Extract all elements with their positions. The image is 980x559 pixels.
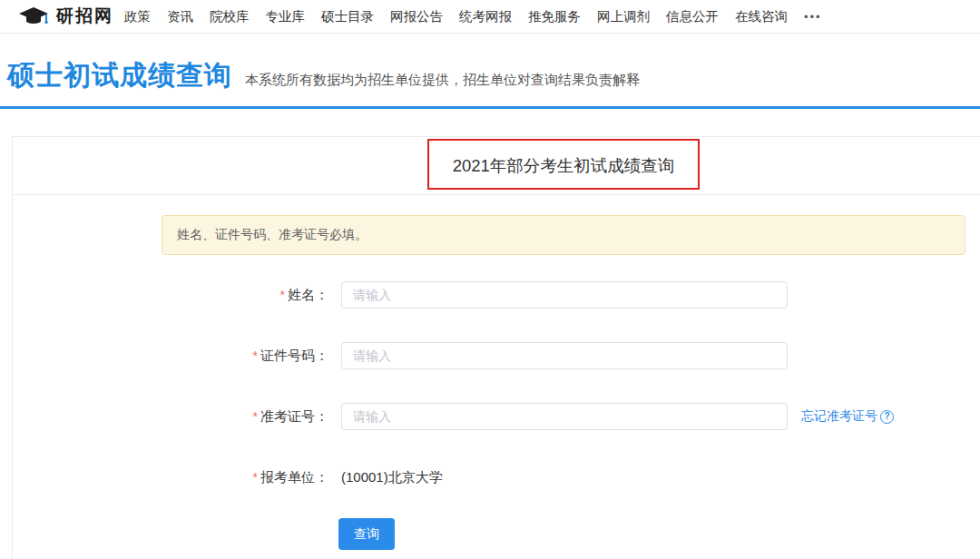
admission-ticket-label: *准考证号： [13,408,328,426]
nav-item-master-catalog[interactable]: 硕士目录 [321,8,374,25]
required-mark: * [253,348,258,363]
nav-item-college-library[interactable]: 院校库 [210,8,250,25]
nav-item-policy[interactable]: 政策 [124,8,151,25]
card-title: 2021年部分考生初试成绩查询 [453,154,675,177]
notice-text: 姓名、证件号码、准考证号必填。 [177,227,368,243]
form-row-certificate-number: *证件号码： [13,342,980,369]
certificate-number-label-text: 证件号码： [260,348,328,363]
target-institution-label-text: 报考单位： [260,469,328,485]
query-form: 姓名、证件号码、准考证号必填。 *姓名： *证件号码： *准考证号： 忘记准考证… [13,195,980,550]
nav-item-unified-exam-report[interactable]: 统考网报 [459,8,512,25]
header-divider [0,106,980,109]
admission-ticket-input[interactable] [341,403,788,430]
certificate-number-label: *证件号码： [13,348,328,365]
required-mark: * [253,470,258,485]
question-circle-icon: ? [880,410,894,424]
nav-item-major-library[interactable]: 专业库 [266,8,306,25]
name-label-text: 姓名： [288,287,328,302]
page-title: 硕士初试成绩查询 [7,57,232,94]
form-row-name: *姓名： [13,281,980,309]
page-subtitle: 本系统所有数据均为招生单位提供，招生单位对查询结果负责解释 [245,72,640,89]
target-institution-value: (10001)北京大学 [341,469,443,486]
logo-text: 研招网 [56,5,113,28]
nav-item-online-adjustment[interactable]: 网上调剂 [597,8,650,25]
name-label: *姓名： [13,287,328,304]
form-row-target-institution: *报考单位： (10001)北京大学 [13,464,980,491]
nav-item-online-consult[interactable]: 在线咨询 [735,8,788,25]
nav-item-exemption-service[interactable]: 推免服务 [528,8,581,25]
notice-banner: 姓名、证件号码、准考证号必填。 [162,215,965,255]
admission-ticket-label-text: 准考证号： [260,408,328,424]
score-query-card: 2021年部分考生初试成绩查询 姓名、证件号码、准考证号必填。 *姓名： *证件… [12,136,980,559]
site-logo[interactable]: 研招网 [18,5,113,28]
name-input[interactable] [341,281,788,309]
nav-more-ellipsis-icon[interactable]: ••• [804,10,822,24]
target-institution-label: *报考单位： [13,469,328,486]
form-row-submit: 查询 [13,518,980,550]
card-title-bar: 2021年部分考生初试成绩查询 [13,137,980,195]
forgot-admission-ticket-link[interactable]: 忘记准考证号 ? [801,408,894,425]
nav-item-online-report-notice[interactable]: 网报公告 [390,8,443,25]
certificate-number-input[interactable] [341,342,788,369]
required-mark: * [280,288,285,302]
nav-item-news[interactable]: 资讯 [167,8,193,25]
forgot-admission-ticket-link-text: 忘记准考证号 [801,408,877,425]
required-mark: * [253,409,258,424]
nav-item-info-disclosure[interactable]: 信息公开 [666,8,719,25]
page-header: 硕士初试成绩查询 本系统所有数据均为招生单位提供，招生单位对查询结果负责解释 [0,34,980,106]
query-submit-button[interactable]: 查询 [338,518,395,550]
form-row-admission-ticket: *准考证号： 忘记准考证号 ? [13,403,980,430]
top-navbar: 研招网 政策 资讯 院校库 专业库 硕士目录 网报公告 统考网报 推免服务 网上… [0,0,980,34]
graduation-cap-icon [18,6,49,27]
main-nav: 政策 资讯 院校库 专业库 硕士目录 网报公告 统考网报 推免服务 网上调剂 信… [124,8,822,25]
